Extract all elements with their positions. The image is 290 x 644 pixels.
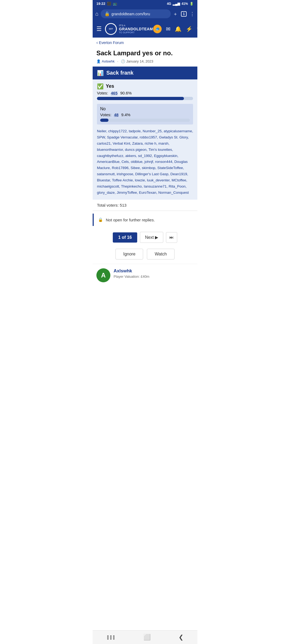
tab-count[interactable]: 1 xyxy=(181,11,187,17)
voters-list: Neiler, chippy1722, tadpole, Number_25, … xyxy=(97,128,193,196)
site-name-main: GRANDOLDTEAM xyxy=(119,27,153,31)
new-tab-icon[interactable]: ＋ xyxy=(173,11,178,17)
no-votes-row: Votes: 48 9.4% xyxy=(100,112,190,117)
time: 19:22 xyxy=(96,2,105,6)
lock-icon: 🔒 xyxy=(98,217,103,222)
meta-separator: · xyxy=(117,59,118,63)
author-info: Axlswhk Player Valuation: £40m xyxy=(114,268,149,279)
post-title: Sack Lampard yes or no. xyxy=(93,48,197,58)
yes-votes-count[interactable]: 465 xyxy=(111,91,118,95)
poll-option-no: No Votes: 48 9.4% xyxy=(97,104,193,125)
next-arrow-icon: ▶ xyxy=(155,235,158,240)
cast-icon: 📺 xyxy=(113,2,117,6)
site-header: ☰ GOT IT'S A GRANDOLDTEAM TO SUPPORT 🧢 ✉… xyxy=(93,20,197,38)
no-label: No xyxy=(100,107,190,111)
locked-notice: 🔒 Not open for further replies. xyxy=(93,214,197,226)
notifications-icon[interactable]: 🔔 xyxy=(175,26,182,32)
address-bar[interactable]: 🔒 grandoldteam.com/foru xyxy=(101,9,171,18)
current-page-button[interactable]: 1 of 16 xyxy=(113,232,137,243)
pagination: 1 of 16 Next ▶ ⏭ xyxy=(93,229,197,246)
recording-icon: ⬛ xyxy=(107,2,111,6)
author-display-name[interactable]: Axlswhk xyxy=(114,268,149,274)
more-icon[interactable]: ⋮ xyxy=(190,11,195,17)
yes-label: ✅ Yes xyxy=(97,83,193,90)
no-percent: 9.4% xyxy=(121,112,130,117)
search-icon[interactable]: 🔍 xyxy=(197,26,197,32)
site-name-top: IT'S A xyxy=(119,24,153,27)
votes-label: Votes: xyxy=(97,91,108,95)
poll-body: ✅ Yes Votes: 465 90.6% No Votes: 48 9.4% xyxy=(93,79,197,200)
network-type: 4G xyxy=(167,2,171,6)
site-logo[interactable]: GOT IT'S A GRANDOLDTEAM TO SUPPORT xyxy=(105,23,153,35)
poll-option-yes: ✅ Yes Votes: 465 90.6% xyxy=(97,83,193,100)
status-right: 4G ▂▄▆ 41% 🔋 xyxy=(167,2,194,6)
no-bar-fill xyxy=(100,119,108,122)
site-header-right: 🧢 ✉ 🔔 ⚡ 🔍 xyxy=(153,25,197,33)
author-initial: A xyxy=(101,272,106,279)
battery-icon: 🔋 xyxy=(190,2,194,6)
author-meta: 👤 Axlswhk xyxy=(96,59,115,63)
post-author-section: A Axlswhk Player Valuation: £40m xyxy=(93,264,197,287)
breadcrumb: ‹ Everton Forum xyxy=(93,38,197,48)
status-bar: 19:22 ⬛ 📺 4G ▂▄▆ 41% 🔋 xyxy=(93,0,197,7)
next-page-button[interactable]: Next ▶ xyxy=(140,232,163,243)
activity-icon[interactable]: ⚡ xyxy=(186,26,193,32)
no-text: No xyxy=(100,107,106,111)
yes-text: Yes xyxy=(106,83,114,89)
no-bar-track xyxy=(100,119,190,122)
watch-button[interactable]: Watch xyxy=(147,249,175,259)
author-icon: 👤 xyxy=(96,59,101,63)
clock-icon: 🕐 xyxy=(121,59,125,63)
author-avatar: A xyxy=(96,268,110,282)
yes-bar-track xyxy=(97,97,193,100)
breadcrumb-link[interactable]: Everton Forum xyxy=(99,41,124,45)
signal-icon: ▂▄▆ xyxy=(173,2,180,6)
next-label: Next xyxy=(145,235,154,240)
ignore-button[interactable]: Ignore xyxy=(115,249,143,259)
skip-to-end-button[interactable]: ⏭ xyxy=(166,232,177,243)
battery: 41% xyxy=(182,2,188,6)
status-left: 19:22 ⬛ 📺 xyxy=(96,2,117,6)
url-text: grandoldteam.com/foru xyxy=(111,12,150,16)
messages-icon[interactable]: ✉ xyxy=(166,26,171,32)
site-header-left: ☰ GOT IT'S A GRANDOLDTEAM TO SUPPORT xyxy=(96,23,153,35)
site-name-block: IT'S A GRANDOLDTEAM TO SUPPORT xyxy=(119,24,153,34)
lock-icon: 🔒 xyxy=(104,11,110,16)
author-valuation: Player Valuation: £40m xyxy=(114,275,149,279)
logo-inner: GOT xyxy=(106,24,116,34)
browser-home-icon[interactable]: ⌂ xyxy=(95,11,99,17)
total-voters: Total voters: 513 xyxy=(93,200,197,211)
locked-message: Not open for further replies. xyxy=(106,218,155,222)
poll-title: Sack frank xyxy=(106,70,133,76)
thread-actions: Ignore Watch xyxy=(93,246,197,264)
site-tagline: TO SUPPORT xyxy=(119,31,153,34)
no-votes-label: Votes: xyxy=(100,112,111,117)
date-meta: 🕐 January 14, 2023 xyxy=(121,59,153,63)
user-avatar[interactable]: 🧢 xyxy=(153,25,162,33)
browser-actions: ＋ 1 ⋮ xyxy=(173,11,195,17)
poll-chart-icon: 📊 xyxy=(97,70,104,76)
author-name: Axlswhk xyxy=(102,59,115,63)
logo-circle: GOT xyxy=(105,23,117,35)
back-arrow-icon[interactable]: ‹ xyxy=(96,40,98,45)
post-date: January 14, 2023 xyxy=(126,59,153,63)
skip-icon: ⏭ xyxy=(169,235,174,240)
yes-votes-row: Votes: 465 90.6% xyxy=(97,91,193,95)
post-meta: 👤 Axlswhk · 🕐 January 14, 2023 xyxy=(93,58,197,67)
page-content: ‹ Everton Forum Sack Lampard yes or no. … xyxy=(93,38,197,287)
yes-bar-fill xyxy=(97,97,184,100)
yes-percent: 90.6% xyxy=(120,91,132,95)
logo-text: GOT xyxy=(109,28,113,30)
poll-header: 📊 Sack frank xyxy=(93,67,197,79)
hamburger-menu[interactable]: ☰ xyxy=(96,25,102,32)
check-icon: ✅ xyxy=(97,83,104,90)
browser-bar: ⌂ 🔒 grandoldteam.com/foru ＋ 1 ⋮ xyxy=(93,7,197,20)
no-votes-count[interactable]: 48 xyxy=(114,112,119,117)
